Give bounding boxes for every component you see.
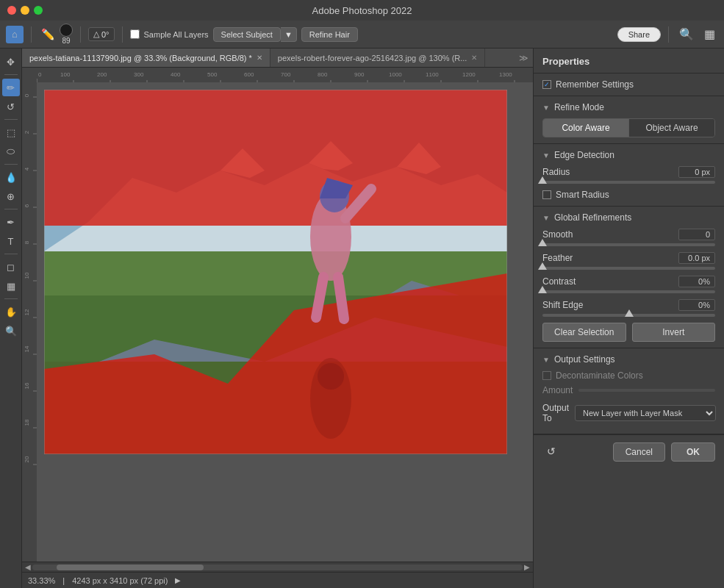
radius-label-row: Radius 0 px (542, 166, 715, 178)
feather-row: Feather 0.0 px (542, 252, 715, 270)
output-settings-arrow: ▼ (542, 356, 550, 364)
invert-button[interactable]: Invert (632, 323, 716, 342)
select-rect-btn[interactable]: ⬚ (2, 123, 20, 141)
reset-icon-button[interactable]: ↺ (542, 442, 560, 460)
radius-thumb[interactable] (538, 176, 547, 184)
select-subject-dropdown[interactable]: ▼ (281, 27, 297, 42)
svg-text:1300: 1300 (499, 71, 512, 78)
zoom-left-btn[interactable]: 🔍 (2, 322, 20, 340)
main-layout: ✥ ✏ ↺ ⬚ ⬭ 💧 ⊕ ✒ T ◻ ▦ ✋ 🔍 pexels-tatiana… (0, 49, 724, 588)
crop-btn[interactable]: ↺ (2, 98, 20, 115)
radius-value[interactable]: 0 px (678, 166, 715, 178)
bottom-buttons: ↺ Cancel OK (534, 434, 724, 469)
smart-radius-checkbox[interactable] (542, 190, 551, 199)
radius-slider[interactable] (542, 181, 715, 184)
brush-size-label: 89 (62, 37, 70, 45)
canvas-area: pexels-tatiana-11137990.jpg @ 33.3% (Bac… (22, 49, 533, 588)
photoshop-canvas[interactable] (44, 90, 507, 454)
edge-detection-header[interactable]: ▼ Edge Detection (542, 150, 715, 160)
lasso-btn[interactable]: ⬭ (2, 143, 20, 160)
sample-all-layers-checkbox[interactable] (130, 29, 140, 39)
brush-preview (60, 24, 73, 37)
pen-btn[interactable]: ✒ (2, 213, 20, 231)
canvas-content[interactable] (37, 82, 533, 562)
shift-edge-value[interactable]: 0% (678, 299, 715, 311)
feather-slider[interactable] (542, 267, 715, 270)
hand-btn[interactable]: ✋ (2, 303, 20, 320)
v-ruler-svg: 0 2 4 6 8 10 12 14 16 (22, 82, 37, 523)
scroll-left-btn[interactable]: ◀ (24, 563, 32, 571)
tab-1[interactable]: pexels-tatiana-11137990.jpg @ 33.3% (Bac… (22, 49, 270, 67)
home-toolbar-btn[interactable]: ⌂ (6, 26, 24, 43)
cancel-button[interactable]: Cancel (613, 442, 665, 462)
heal-btn[interactable]: ⊕ (2, 187, 20, 205)
decontaminate-row: Decontaminate Colors (542, 370, 715, 381)
eyedropper-btn[interactable]: 💧 (2, 168, 20, 186)
remember-settings-checkbox[interactable] (542, 80, 551, 89)
move-tool-btn[interactable]: ✥ (2, 53, 20, 71)
brush-left-btn[interactable]: ✏ (2, 79, 20, 96)
output-to-select[interactable]: New Layer with Layer Mask Selection Laye… (575, 405, 716, 421)
object-aware-btn[interactable]: Object Aware (629, 119, 714, 137)
canvas-wrapper: 0 2 4 6 8 10 12 14 16 (22, 82, 533, 562)
ruler-corner (22, 68, 37, 82)
global-refinements-header[interactable]: ▼ Global Refinements (542, 212, 715, 223)
contrast-label-row: Contrast 0% (542, 276, 715, 287)
share-button[interactable]: Share (617, 27, 661, 42)
svg-text:0: 0 (38, 71, 42, 78)
shift-edge-slider[interactable] (542, 314, 715, 317)
ok-button[interactable]: OK (671, 442, 715, 462)
smooth-thumb[interactable] (538, 239, 547, 246)
contrast-row: Contrast 0% (542, 276, 715, 293)
search-icon-btn[interactable]: 🔍 (676, 26, 697, 43)
ruler-svg: 0 100 200 300 400 500 600 700 80 (37, 68, 533, 82)
scrollbar-track-h[interactable] (32, 564, 523, 570)
tab-2[interactable]: pexels-robert-forever-ago-2516423.jpg @ … (270, 49, 486, 67)
clear-selection-button[interactable]: Clear Selection (542, 323, 626, 342)
edge-detection-arrow: ▼ (542, 151, 550, 159)
shift-edge-thumb[interactable] (625, 309, 634, 317)
feather-thumb[interactable] (538, 262, 547, 270)
contrast-value[interactable]: 0% (678, 276, 715, 287)
svg-text:100: 100 (60, 71, 71, 78)
feather-value[interactable]: 0.0 px (678, 252, 715, 264)
smooth-label-row: Smooth 0 (542, 229, 715, 240)
text-btn[interactable]: T (2, 232, 20, 250)
gradient-btn[interactable]: ▦ (2, 277, 20, 295)
output-settings-header[interactable]: ▼ Output Settings (542, 354, 715, 365)
smart-radius-label: Smart Radius (556, 190, 609, 200)
shape-btn[interactable]: ◻ (2, 258, 20, 276)
smooth-value[interactable]: 0 (678, 229, 715, 240)
panels-icon-btn[interactable]: ▦ (701, 26, 718, 43)
canvas-dimensions: 4243 px x 3410 px (72 ppi) (72, 576, 168, 585)
minimize-button[interactable] (21, 6, 29, 15)
refine-mode-header[interactable]: ▼ Refine Mode (542, 102, 715, 112)
arrange-docs-btn[interactable]: ≫ (515, 49, 533, 67)
close-button[interactable] (7, 6, 16, 15)
decontaminate-checkbox[interactable] (542, 371, 551, 380)
horizontal-ruler: 0 100 200 300 400 500 600 700 80 (37, 68, 533, 82)
angle-value: 0° (101, 30, 110, 39)
refine-hair-button[interactable]: Refine Hair (301, 27, 358, 42)
panel-title: Properties (542, 56, 589, 67)
scroll-right-btn[interactable]: ▶ (523, 563, 531, 571)
toolbar: ⌂ ✏️ 89 △ 0° Sample All Layers Select Su… (0, 21, 724, 49)
select-subject-button[interactable]: Select Subject (213, 27, 281, 42)
contrast-thumb[interactable] (538, 286, 547, 293)
brush-tool-group: ✏️ 89 (39, 24, 73, 45)
tab-2-close[interactable]: ✕ (471, 54, 477, 62)
scrollbar-thumb-h[interactable] (57, 564, 204, 570)
edge-detection-section: ▼ Edge Detection Radius 0 px Smart Radiu… (534, 144, 724, 207)
svg-text:8: 8 (24, 240, 30, 244)
shift-edge-label: Shift Edge (542, 300, 583, 310)
smooth-slider[interactable] (542, 243, 715, 246)
horizontal-scrollbar[interactable]: ◀ ▶ (22, 562, 533, 572)
tab-1-close[interactable]: ✕ (257, 54, 262, 62)
color-aware-btn[interactable]: Color Aware (543, 119, 629, 137)
svg-text:300: 300 (134, 71, 144, 78)
svg-text:12: 12 (24, 309, 30, 315)
status-arrow[interactable]: ▶ (175, 576, 181, 584)
brush-tool-btn[interactable]: ✏️ (39, 26, 57, 43)
maximize-button[interactable] (34, 6, 43, 15)
contrast-slider[interactable] (542, 290, 715, 293)
